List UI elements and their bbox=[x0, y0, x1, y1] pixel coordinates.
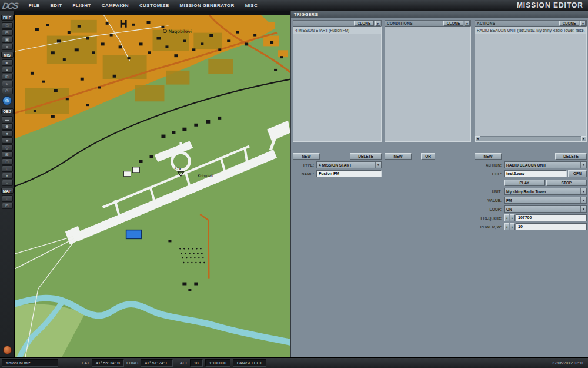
actions-list[interactable]: RADIO BEACON UNIT (test2.wav, My shiny R… bbox=[475, 26, 587, 142]
freq-stepper[interactable]: ◂ ▸ 107700 bbox=[504, 214, 587, 221]
chevron-down-icon[interactable]: ▼ bbox=[580, 206, 586, 212]
value-dropdown[interactable]: FM ▼ bbox=[504, 197, 587, 204]
bullseye-icon[interactable]: ○ bbox=[2, 165, 13, 172]
action-type-dropdown[interactable]: RADIO BEACON UNIT ▼ bbox=[504, 161, 587, 168]
vehicle-group-icon[interactable]: ■ bbox=[2, 137, 13, 144]
menu-customize[interactable]: CUSTOMIZE bbox=[134, 3, 175, 8]
power-value[interactable]: 10 bbox=[516, 223, 587, 230]
power-decrease-icon[interactable]: ◂ bbox=[504, 223, 509, 230]
menu-flight[interactable]: FLIGHT bbox=[67, 3, 96, 8]
clone-trigger-button[interactable]: CLONE bbox=[354, 21, 374, 26]
chevron-down-icon[interactable]: ▼ bbox=[375, 162, 381, 168]
clone-action-button[interactable]: CLONE bbox=[559, 21, 579, 26]
freq-value[interactable]: 107700 bbox=[516, 214, 587, 221]
delete-action-button[interactable]: DELETE bbox=[555, 153, 587, 160]
actions-hscrollbar[interactable]: ◂ ▸ bbox=[475, 136, 586, 141]
power-label: POWER, W: bbox=[475, 225, 503, 229]
triggers-dialog-icon[interactable]: ⊕ bbox=[2, 96, 12, 105]
scroll-right-icon[interactable]: ▸ bbox=[581, 136, 586, 141]
toolbar-section-file[interactable]: FILE bbox=[1, 15, 14, 21]
airplane-group-icon[interactable]: ▬ bbox=[2, 116, 13, 122]
long-label: LONG bbox=[126, 361, 138, 365]
menu-file[interactable]: FILE bbox=[24, 3, 45, 8]
value-label: VALUE: bbox=[475, 198, 503, 203]
action-list-item[interactable]: RADIO BEACON UNIT (test2.wav, My shiny R… bbox=[475, 27, 586, 34]
map-layers-icon[interactable]: ⊡ bbox=[2, 203, 13, 209]
delete-trigger-button[interactable]: DELETE bbox=[350, 153, 382, 160]
map-svg: Nagobilevi 67X Kobuleti bbox=[15, 15, 290, 357]
map-options-icon[interactable]: ○ bbox=[2, 195, 13, 202]
new-condition-button[interactable]: NEW bbox=[385, 153, 412, 160]
actions-list-header: ACTIONS CLONE ▾ bbox=[475, 20, 587, 26]
resources-icon[interactable]: ≈ bbox=[2, 81, 13, 87]
open-file-button[interactable]: OPN bbox=[568, 170, 587, 177]
toolbar-section-map[interactable]: MAP bbox=[1, 188, 14, 194]
save-mission-icon[interactable]: ▣ bbox=[2, 37, 13, 43]
triggers-list[interactable]: 4 MISSION START (Fusion FM) bbox=[293, 26, 382, 142]
exit-icon[interactable] bbox=[3, 346, 12, 354]
scroll-track[interactable] bbox=[480, 136, 581, 141]
trigger-list-item[interactable]: 4 MISSION START (Fusion FM) bbox=[293, 27, 381, 34]
actions-scroll-icon[interactable]: ▾ bbox=[580, 21, 586, 26]
conditions-list-header: CONDITIONS CLONE ▾ bbox=[385, 20, 471, 26]
farp-icon[interactable]: ▪ bbox=[2, 173, 13, 179]
unit-value: My shiny Radio Tower bbox=[506, 190, 580, 194]
map-viewport[interactable]: Nagobilevi 67X Kobuleti bbox=[14, 11, 290, 357]
failures-icon[interactable]: ▲ bbox=[2, 67, 13, 73]
selected-unit-marker[interactable] bbox=[126, 230, 142, 239]
trigger-type-dropdown[interactable]: 4 MISSION START ▼ bbox=[316, 161, 382, 168]
toolbar-section-obj[interactable]: OBJ bbox=[1, 108, 14, 114]
triggers-scroll-icon[interactable]: ▾ bbox=[375, 21, 380, 26]
value-value: FM bbox=[506, 198, 580, 203]
loop-dropdown[interactable]: ON ▼ bbox=[504, 205, 587, 213]
briefing-icon[interactable]: ≡ bbox=[2, 44, 13, 50]
new-mission-icon[interactable]: □ bbox=[2, 22, 13, 29]
chevron-down-icon[interactable]: ▼ bbox=[580, 162, 586, 168]
static-object-icon[interactable]: ◇ bbox=[2, 144, 13, 151]
new-action-button[interactable]: NEW bbox=[475, 153, 502, 160]
tacan-label: 67X bbox=[174, 167, 181, 171]
new-trigger-button[interactable]: NEW bbox=[293, 153, 320, 160]
toolbar-section-mis[interactable]: MIS bbox=[1, 52, 14, 58]
alt-value: 18 bbox=[190, 359, 203, 367]
sound-file-input[interactable]: test2.wav bbox=[504, 170, 567, 177]
map-scale[interactable]: 1:100000 bbox=[205, 359, 230, 367]
freq-decrease-icon[interactable]: ◂ bbox=[504, 214, 509, 221]
trigger-name-input[interactable]: Fusion FM bbox=[316, 170, 382, 177]
menu-mission-generator[interactable]: MISSION GENERATOR bbox=[174, 3, 239, 8]
power-stepper[interactable]: ◂ ▸ 10 bbox=[504, 223, 587, 230]
unit-dropdown[interactable]: My shiny Radio Tower ▼ bbox=[504, 188, 587, 195]
mode-indicator[interactable]: PAN/SELECT bbox=[233, 359, 266, 367]
conditions-list[interactable] bbox=[385, 26, 471, 142]
open-mission-icon[interactable]: ⊟ bbox=[2, 29, 13, 36]
town-label: Nagobilevi bbox=[168, 29, 191, 34]
chevron-down-icon[interactable]: ▼ bbox=[580, 188, 586, 194]
freq-increase-icon[interactable]: ▸ bbox=[510, 214, 515, 221]
menu-campaign[interactable]: CAMPAIGN bbox=[96, 3, 134, 8]
template-icon[interactable]: ⊠ bbox=[2, 151, 13, 158]
freq-label: FREQ, kHz: bbox=[475, 216, 503, 220]
menu-misc[interactable]: MISC bbox=[240, 3, 263, 8]
power-increase-icon[interactable]: ▸ bbox=[510, 223, 515, 230]
zone-icon[interactable]: □ bbox=[2, 158, 13, 165]
waypoint-icon[interactable]: ▫ bbox=[2, 180, 13, 186]
play-button[interactable]: PLAY bbox=[504, 180, 545, 186]
or-condition-button[interactable]: OR bbox=[421, 153, 435, 160]
clone-condition-button[interactable]: CLONE bbox=[443, 21, 463, 26]
options-icon[interactable]: ⊙ bbox=[2, 88, 13, 94]
conditions-header-label: CONDITIONS bbox=[386, 21, 442, 25]
airfield-label: Kobuleti bbox=[198, 174, 213, 178]
chevron-down-icon[interactable]: ▼ bbox=[580, 197, 586, 203]
conditions-scroll-icon[interactable]: ▾ bbox=[465, 21, 470, 26]
mission-filename[interactable]: fusionFM.miz bbox=[2, 359, 58, 367]
app-title: MISSION EDITOR bbox=[517, 1, 588, 9]
helicopter-group-icon[interactable]: ◆ bbox=[2, 123, 13, 130]
alt-label: ALT bbox=[180, 361, 188, 365]
weather-icon[interactable]: ► bbox=[2, 59, 13, 66]
ship-group-icon[interactable]: ● bbox=[2, 130, 13, 137]
lat-value: 41° 55' 34" N bbox=[92, 359, 124, 367]
goals-icon[interactable]: ⊞ bbox=[2, 74, 13, 80]
menu-edit[interactable]: EDIT bbox=[45, 3, 68, 8]
scroll-left-icon[interactable]: ◂ bbox=[475, 136, 480, 141]
stop-button[interactable]: STOP bbox=[546, 180, 587, 186]
